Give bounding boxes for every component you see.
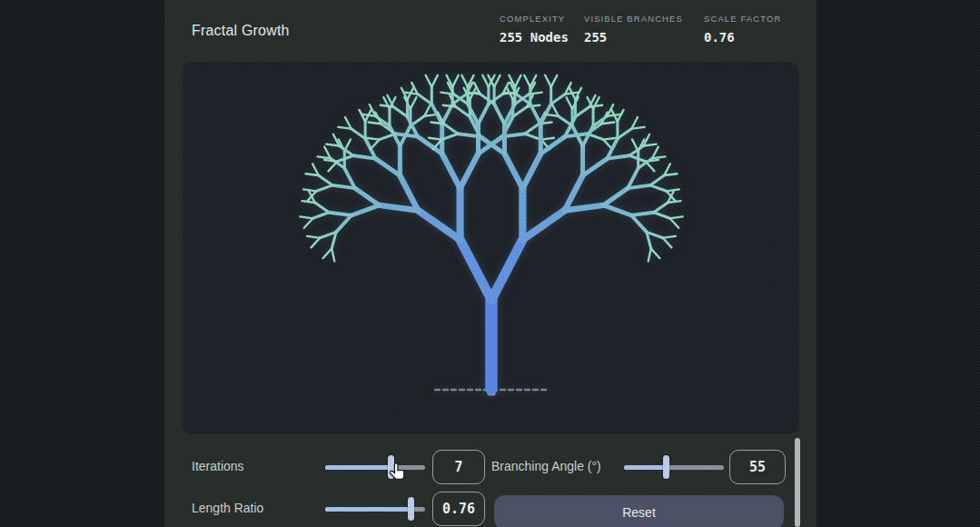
branching-angle-slider-thumb[interactable] [663, 455, 669, 479]
stat-scale-factor: SCALE FACTOR 0.76 [704, 14, 781, 45]
length-ratio-value-box[interactable]: 0.76 [432, 492, 485, 526]
iterations-label: Iterations [192, 459, 244, 473]
reset-button[interactable]: Reset [494, 495, 784, 527]
branching-angle-slider[interactable] [624, 455, 724, 479]
fractal-growth-app: Fractal Growth COMPLEXITY 255 Nodes VISI… [164, 0, 817, 527]
iterations-slider-thumb[interactable] [388, 455, 394, 479]
iterations-slider-fill [325, 465, 391, 470]
branching-angle-label: Branching Angle (°) [491, 459, 601, 473]
iterations-value-box[interactable]: 7 [432, 450, 485, 484]
scrollbar-thumb[interactable] [795, 438, 800, 527]
screen: Fractal Growth COMPLEXITY 255 Nodes VISI… [0, 0, 980, 527]
stat-visible-branches-value: 255 [584, 30, 683, 45]
length-ratio-slider-fill [325, 507, 411, 512]
stat-visible-branches-label: VISIBLE BRANCHES [584, 14, 683, 24]
length-ratio-slider-thumb[interactable] [408, 497, 414, 521]
length-ratio-label: Length Ratio [192, 501, 263, 515]
stat-scale-factor-label: SCALE FACTOR [704, 14, 781, 24]
fractal-canvas-panel [182, 62, 799, 434]
branching-angle-value-box[interactable]: 55 [729, 450, 786, 484]
length-ratio-slider[interactable] [325, 497, 425, 521]
stat-complexity: COMPLEXITY 255 Nodes [500, 14, 569, 45]
iterations-slider[interactable] [325, 455, 425, 479]
page-title: Fractal Growth [192, 23, 290, 39]
stat-visible-branches: VISIBLE BRANCHES 255 [584, 14, 683, 45]
stat-scale-factor-value: 0.76 [704, 30, 781, 45]
stat-complexity-value: 255 Nodes [500, 30, 569, 45]
fractal-tree [183, 63, 800, 435]
ground-group [435, 390, 549, 436]
stat-complexity-label: COMPLEXITY [500, 14, 569, 24]
branching-angle-slider-fill [624, 465, 666, 470]
